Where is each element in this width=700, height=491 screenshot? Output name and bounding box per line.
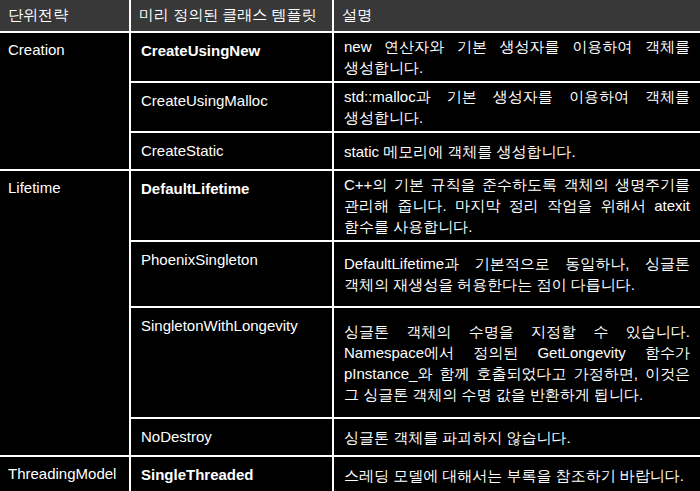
table-row: ThreadingModel SingleThreaded 스레딩 모델에 대해… xyxy=(0,456,700,491)
column-header-strategy: 단위전략 xyxy=(0,0,130,32)
template-cell-createusingnew: CreateUsingNew xyxy=(130,32,333,82)
description-cell: DefaultLifetime과 기본적으로 동일하나, 싱글톤 객체의 재생성… xyxy=(333,241,700,307)
template-cell-createstatic: CreateStatic xyxy=(130,132,333,170)
template-cell-singlethreaded: SingleThreaded xyxy=(130,456,333,491)
template-cell-createusingmalloc: CreateUsingMalloc xyxy=(130,82,333,132)
table-row: Lifetime DefaultLifetime C++의 기본 규칙을 준수하… xyxy=(0,170,700,241)
template-cell-defaultlifetime: DefaultLifetime xyxy=(130,170,333,241)
category-cell-lifetime: Lifetime xyxy=(0,170,130,456)
template-cell-phoenixsingleton: PhoenixSingleton xyxy=(130,241,333,307)
description-cell: C++의 기본 규칙을 준수하도록 객체의 생명주기를 관리해 줍니다. 마지막… xyxy=(333,170,700,241)
category-cell-creation: Creation xyxy=(0,32,130,170)
singleton-policy-table: 단위전략 미리 정의된 클래스 템플릿 설명 Creation CreateUs… xyxy=(0,0,700,491)
template-cell-nodestroy: NoDestroy xyxy=(130,418,333,456)
description-cell: new 연산자와 기본 생성자를 이용하여 객체를 생성합니다. xyxy=(333,32,700,82)
column-header-description: 설명 xyxy=(333,0,700,32)
description-cell: 스레딩 모델에 대해서는 부록을 참조하기 바랍니다. xyxy=(333,456,700,491)
description-cell: std::malloc과 기본 생성자를 이용하여 객체를 생성합니다. xyxy=(333,82,700,132)
column-header-template: 미리 정의된 클래스 템플릿 xyxy=(130,0,333,32)
description-cell: 싱글톤 객체의 수명을 지정할 수 있습니다. Namespace에서 정의된 … xyxy=(333,307,700,418)
description-cell: static 메모리에 객체를 생성합니다. xyxy=(333,132,700,170)
table-row: Creation CreateUsingNew new 연산자와 기본 생성자를… xyxy=(0,32,700,82)
header-row: 단위전략 미리 정의된 클래스 템플릿 설명 xyxy=(0,0,700,32)
description-cell: 싱글톤 객체를 파괴하지 않습니다. xyxy=(333,418,700,456)
template-cell-singletonwithlongevity: SingletonWithLongevity xyxy=(130,307,333,418)
category-cell-threadingmodel: ThreadingModel xyxy=(0,456,130,491)
